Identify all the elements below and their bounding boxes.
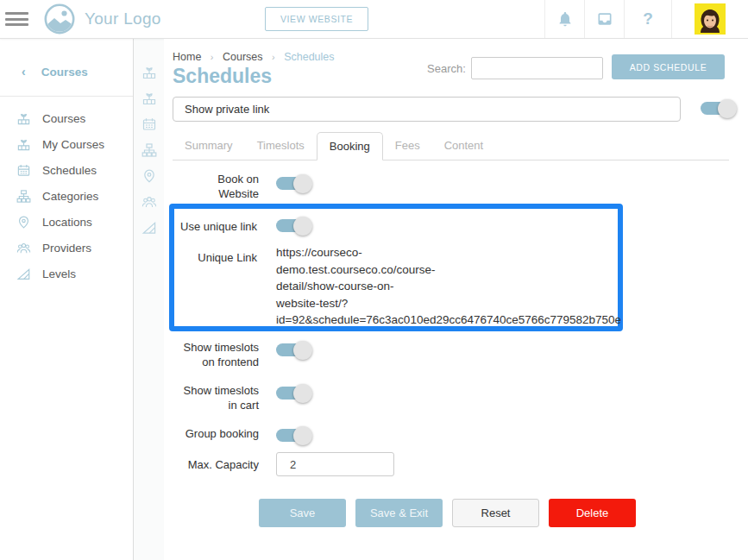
tab-summary[interactable]: Summary — [173, 132, 245, 160]
breadcrumb: Home › Courses › Schedules — [173, 51, 335, 63]
sidebar-item-schedules[interactable]: Schedules — [0, 157, 133, 183]
unique-link-url: https://courseco- demo.test.courseco.co/… — [276, 244, 602, 329]
group-booking-label: Group booking — [164, 426, 259, 441]
max-capacity-label: Max. Capacity — [164, 457, 259, 472]
course-icon — [16, 111, 31, 126]
show-timeslots-cart-label: Show timeslots in cart — [164, 383, 259, 412]
sidebar-item-my-courses[interactable]: My Courses — [0, 131, 133, 157]
private-link-input[interactable] — [173, 97, 681, 122]
hamburger-menu-icon[interactable] — [5, 9, 28, 29]
logo[interactable]: Your Logo — [43, 3, 161, 35]
view-website-button[interactable]: VIEW WEBSITE — [265, 7, 368, 31]
main-content: Home › Courses › Schedules Schedules Sea… — [164, 39, 748, 560]
people-icon — [16, 241, 31, 255]
sidebar-item-label: Courses — [42, 112, 85, 125]
rail-people-icon[interactable] — [141, 194, 157, 210]
tab-timeslots[interactable]: Timeslots — [245, 132, 317, 160]
highlight-box: Use unique link Unique Link https://cour… — [169, 204, 623, 331]
bell-icon — [556, 10, 574, 28]
map-pin-icon — [16, 215, 31, 230]
reset-button[interactable]: Reset — [452, 499, 539, 527]
help-button[interactable]: ? — [624, 0, 671, 38]
rail-sitemap-icon[interactable] — [141, 142, 157, 158]
tab-bar: Summary Timeslots Booking Fees Content — [173, 132, 729, 160]
rail-triangle-levels-icon[interactable] — [141, 220, 157, 236]
breadcrumb-courses[interactable]: Courses — [223, 51, 263, 63]
triangle-levels-icon — [16, 267, 31, 281]
sidebar-header-label: Courses — [41, 66, 88, 79]
show-timeslots-frontend-label: Show timeslots on frontend — [164, 340, 259, 369]
sidebar-item-label: Schedules — [42, 164, 97, 177]
private-link-toggle[interactable] — [701, 102, 729, 115]
logo-image-icon — [43, 3, 76, 35]
sidebar-item-providers[interactable]: Providers — [0, 235, 133, 261]
show-timeslots-frontend-toggle[interactable] — [276, 343, 305, 356]
rail-map-pin-icon[interactable] — [141, 168, 157, 184]
search-input[interactable] — [471, 57, 603, 79]
chevron-left-icon: ‹ — [22, 65, 26, 79]
sidebar-item-label: Levels — [42, 267, 76, 280]
tab-booking[interactable]: Booking — [317, 132, 383, 160]
sidebar-item-categories[interactable]: Categories — [0, 183, 133, 209]
save-and-exit-button[interactable]: Save & Exit — [355, 499, 443, 527]
rail-my-courses-icon[interactable] — [141, 91, 157, 106]
sidebar: ‹ Courses Courses My Courses Schedules C… — [0, 39, 134, 560]
breadcrumb-schedules: Schedules — [284, 51, 334, 63]
sidebar-item-label: Categories — [42, 190, 98, 203]
logo-text: Your Logo — [85, 9, 161, 28]
inbox-icon — [596, 10, 613, 28]
show-timeslots-cart-toggle[interactable] — [276, 387, 305, 400]
save-button[interactable]: Save — [259, 499, 346, 527]
course-icon — [16, 137, 31, 152]
sidebar-item-locations[interactable]: Locations — [0, 209, 133, 235]
sidebar-item-label: Providers — [42, 242, 91, 255]
sidebar-item-label: My Courses — [42, 138, 104, 151]
book-on-website-toggle[interactable] — [276, 177, 305, 190]
add-schedule-button[interactable]: ADD SCHEDULE — [612, 54, 725, 79]
search-label: Search: — [427, 62, 466, 75]
max-capacity-input[interactable] — [276, 452, 394, 476]
avatar — [695, 3, 726, 35]
notifications-button[interactable] — [544, 0, 584, 38]
use-unique-link-toggle[interactable] — [276, 219, 305, 232]
rail-calendar-icon[interactable] — [141, 116, 157, 132]
topbar-actions: ? — [544, 0, 748, 38]
user-menu[interactable] — [671, 0, 748, 38]
sidebar-back-courses[interactable]: ‹ Courses — [0, 39, 133, 96]
breadcrumb-separator: › — [272, 52, 275, 62]
icon-rail — [134, 39, 164, 560]
question-mark-icon: ? — [643, 9, 653, 28]
sidebar-item-levels[interactable]: Levels — [0, 261, 133, 286]
calendar-icon — [16, 163, 31, 178]
inbox-button[interactable] — [584, 0, 624, 38]
book-on-website-label: Book on Website — [164, 172, 259, 201]
breadcrumb-separator: › — [211, 52, 214, 62]
sitemap-icon — [16, 189, 31, 204]
sidebar-item-courses[interactable]: Courses — [0, 105, 133, 131]
page-title: Schedules — [173, 65, 272, 88]
use-unique-link-label: Use unique link — [174, 219, 257, 234]
tab-fees[interactable]: Fees — [383, 132, 432, 160]
tab-content[interactable]: Content — [432, 132, 496, 160]
top-bar: Your Logo VIEW WEBSITE ? — [0, 0, 748, 39]
delete-button[interactable]: Delete — [549, 499, 636, 527]
group-booking-toggle[interactable] — [276, 429, 305, 442]
sidebar-item-label: Locations — [42, 216, 92, 229]
breadcrumb-home[interactable]: Home — [173, 51, 201, 63]
unique-link-label: Unique Link — [174, 250, 257, 265]
rail-course-icon[interactable] — [141, 65, 157, 80]
